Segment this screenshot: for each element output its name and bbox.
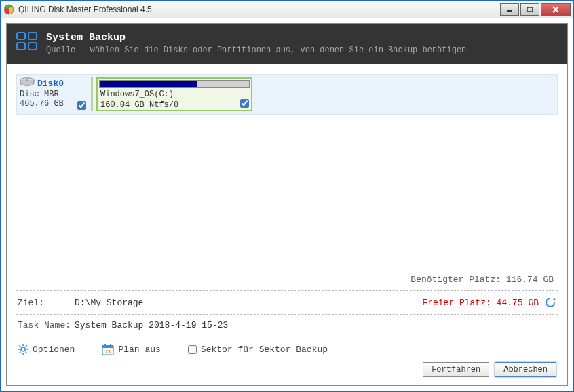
- refresh-icon[interactable]: [544, 296, 556, 309]
- window-title: QILING Disk Master Professional 4.5: [18, 5, 500, 14]
- svg-point-15: [21, 347, 25, 351]
- partition-divider: [91, 77, 93, 111]
- schedule-button[interactable]: 23 Plan aus: [102, 343, 160, 355]
- destination-path[interactable]: D:\My Storage: [75, 298, 422, 308]
- task-name-label: Task Name:: [18, 320, 75, 330]
- disk-selection-area: Disk0 Disc MBR 465.76 GB Windows7_OS(C:)…: [16, 74, 558, 115]
- task-name-row: Task Name: System Backup 2018-4-19 15-23: [16, 314, 558, 336]
- maximize-button[interactable]: [520, 3, 539, 16]
- svg-point-13: [26, 79, 28, 80]
- minimize-button[interactable]: [500, 3, 519, 16]
- partition-info: 160.04 GB Ntfs/8: [98, 99, 251, 110]
- svg-rect-26: [104, 344, 106, 347]
- app-icon: [3, 4, 14, 15]
- svg-rect-25: [102, 345, 113, 348]
- required-space-row: Benötigter Platz: 116.74 GB: [16, 272, 558, 290]
- destination-row: Ziel: D:\My Storage Freier Platz: 44.75 …: [16, 290, 558, 314]
- svg-rect-11: [28, 43, 37, 50]
- page-subtitle: Quelle - wählen Sie die Disks oder Parti…: [46, 45, 466, 55]
- schedule-label: Plan aus: [118, 345, 160, 355]
- titlebar: QILING Disk Master Professional 4.5: [1, 1, 573, 18]
- sector-label: Sektor für Sektor Backup: [201, 345, 328, 355]
- svg-text:23: 23: [106, 349, 111, 354]
- close-button[interactable]: [541, 3, 571, 16]
- partition-block[interactable]: Windows7_OS(C:) 160.04 GB Ntfs/8: [96, 77, 252, 111]
- options-row: Optionen 23 Plan aus Sektor für Sektor B…: [16, 336, 558, 355]
- page-header: System Backup Quelle - wählen Sie die Di…: [7, 24, 567, 64]
- backup-icon: [16, 32, 38, 51]
- disk-name: Disk0: [37, 79, 64, 89]
- disk-checkbox[interactable]: [77, 101, 86, 110]
- svg-rect-9: [28, 33, 37, 39]
- options-button[interactable]: Optionen: [18, 344, 75, 355]
- svg-line-22: [26, 345, 27, 347]
- hdd-icon: [20, 77, 35, 90]
- partition-usage-bar: [99, 80, 250, 88]
- partition-checkbox[interactable]: [240, 99, 249, 108]
- required-space-label: Benötigter Platz:: [410, 275, 501, 285]
- partition-label: Windows7_OS(C:): [98, 88, 251, 99]
- gear-icon: [18, 344, 28, 355]
- svg-line-23: [19, 352, 20, 353]
- svg-marker-14: [553, 298, 556, 300]
- cancel-button[interactable]: Abbrechen: [495, 362, 556, 377]
- calendar-icon: 23: [102, 343, 114, 355]
- disk-type: Disc MBR: [20, 90, 88, 99]
- destination-label: Ziel:: [18, 298, 75, 308]
- required-space-value: 116.74 GB: [506, 275, 554, 285]
- svg-line-20: [19, 345, 20, 347]
- footer-buttons: Fortfahren Abbrechen: [16, 355, 558, 378]
- svg-rect-10: [17, 43, 25, 50]
- sector-backup-option[interactable]: Sektor für Sektor Backup: [188, 345, 328, 355]
- options-label: Optionen: [33, 345, 75, 355]
- continue-button[interactable]: Fortfahren: [423, 362, 489, 377]
- sector-checkbox[interactable]: [188, 345, 197, 354]
- window-controls: [500, 3, 571, 16]
- svg-line-21: [26, 352, 27, 353]
- svg-rect-8: [17, 33, 25, 39]
- free-space: Freier Platz: 44.75 GB: [422, 298, 539, 308]
- svg-rect-5: [527, 7, 533, 12]
- svg-rect-27: [110, 344, 111, 347]
- disk-block[interactable]: Disk0 Disc MBR 465.76 GB: [20, 77, 88, 111]
- page-title: System Backup: [46, 32, 466, 43]
- task-name-value[interactable]: System Backup 2018-4-19 15-23: [75, 320, 556, 330]
